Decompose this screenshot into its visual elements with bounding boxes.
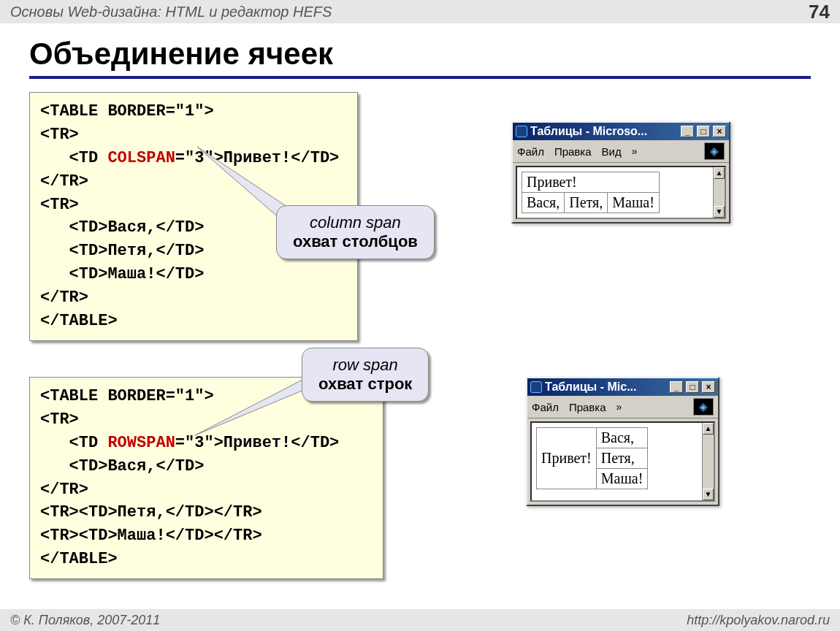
- code-line: <TR><TD>Петя,</TD></TR>: [40, 503, 262, 521]
- code-line: </TR>: [40, 288, 88, 307]
- code-line: </TR>: [40, 172, 88, 191]
- cell: Петя,: [596, 448, 648, 469]
- menu-file[interactable]: Файл: [517, 145, 544, 158]
- callout-ru: охват столбцов: [293, 232, 418, 251]
- menu-file[interactable]: Файл: [532, 401, 559, 413]
- demo-table-colspan: Привет! Вася, Петя, Маша!: [522, 172, 660, 213]
- code-line: <TR>: [40, 126, 79, 144]
- code-line: <TD>Вася,</TD>: [40, 457, 204, 475]
- menu-edit[interactable]: Правка: [554, 145, 592, 158]
- minimize-button[interactable]: _: [670, 381, 683, 393]
- scroll-down-icon[interactable]: ▼: [703, 489, 714, 500]
- window-title: Таблицы - Mic...: [545, 380, 667, 394]
- demo-table-rowspan: Привет! Вася, Петя, Маша!: [536, 427, 648, 489]
- menu-more[interactable]: »: [616, 401, 622, 413]
- code-line: <TR>: [40, 410, 79, 429]
- scroll-down-icon[interactable]: ▼: [714, 206, 725, 218]
- code-line: <TD>Маша!</TD>: [40, 265, 204, 283]
- scrollbar[interactable]: ▲ ▼: [713, 167, 725, 218]
- throbber-icon: ◈: [704, 142, 725, 160]
- slide-title: Объединение ячеек: [29, 37, 811, 72]
- code-keyword: ROWSPAN: [107, 434, 175, 452]
- maximize-button[interactable]: □: [686, 381, 699, 393]
- browser-window-2: Таблицы - Mic... _ □ × Файл Правка » ◈ П…: [526, 377, 719, 506]
- browser-window-1: Таблицы - Microso... _ □ × Файл Правка В…: [511, 121, 730, 223]
- menubar: Файл Правка » ◈: [527, 396, 718, 418]
- menubar: Файл Правка Вид » ◈: [513, 140, 729, 163]
- ie-icon: [530, 381, 542, 393]
- ie-icon: [516, 126, 527, 137]
- code-line: <TR>: [40, 196, 79, 214]
- code-line: </TABLE>: [40, 312, 118, 330]
- scroll-up-icon[interactable]: ▲: [714, 167, 725, 179]
- title-rule: [29, 76, 811, 79]
- footer-url: http://kpolyakov.narod.ru: [687, 613, 830, 628]
- maximize-button[interactable]: □: [697, 126, 710, 137]
- browser-body: Привет! Вася, Петя, Маша! ▲ ▼: [530, 421, 715, 502]
- window-title: Таблицы - Microso...: [530, 125, 678, 138]
- header-title: Основы Web-дизайна: HTML и редактор HEFS: [10, 4, 332, 20]
- code-line: <TD: [40, 434, 107, 452]
- cell: Вася,: [596, 428, 648, 448]
- callout-en: row span: [318, 356, 412, 375]
- code-line: <TD>Петя,</TD>: [40, 242, 204, 260]
- callout-ru: охват строк: [318, 375, 412, 394]
- callout-rowspan: row span охват строк: [302, 348, 429, 402]
- close-button[interactable]: ×: [702, 381, 715, 393]
- code-line: </TABLE>: [40, 550, 118, 568]
- browser-body: Привет! Вася, Петя, Маша! ▲ ▼: [516, 166, 726, 219]
- throbber-icon: ◈: [693, 398, 714, 416]
- code-keyword: COLSPAN: [107, 149, 175, 167]
- callout-en: column span: [293, 213, 418, 232]
- page-number: 74: [809, 1, 830, 23]
- code-line: <TABLE BORDER="1">: [40, 102, 214, 121]
- scrollbar[interactable]: ▲ ▼: [702, 423, 714, 500]
- cell: Привет!: [522, 172, 660, 193]
- cell: Маша!: [608, 193, 660, 213]
- footer-copyright: © К. Поляков, 2007-2011: [10, 613, 160, 628]
- code-line: <TD>Вася,</TD>: [40, 218, 204, 237]
- code-line: </TR>: [40, 481, 88, 499]
- scroll-up-icon[interactable]: ▲: [703, 423, 714, 435]
- content-area: <TABLE BORDER="1"> <TR> <TD COLSPAN="3">…: [29, 92, 811, 596]
- callout-colspan: column span охват столбцов: [276, 205, 435, 259]
- code-line: <TABLE BORDER="1">: [40, 387, 214, 405]
- cell: Маша!: [596, 469, 648, 489]
- cell: Петя,: [565, 193, 608, 213]
- minimize-button[interactable]: _: [681, 126, 694, 137]
- menu-edit[interactable]: Правка: [569, 401, 606, 413]
- cell: Привет!: [537, 428, 597, 489]
- slide-header: Основы Web-дизайна: HTML и редактор HEFS…: [0, 0, 840, 23]
- menu-view[interactable]: Вид: [602, 145, 622, 158]
- titlebar: Таблицы - Microso... _ □ ×: [513, 123, 729, 140]
- code-line: <TR><TD>Маша!</TD></TR>: [40, 527, 262, 545]
- cell: Вася,: [522, 193, 565, 213]
- menu-more[interactable]: »: [632, 145, 638, 157]
- code-line: <TD: [40, 149, 107, 167]
- titlebar: Таблицы - Mic... _ □ ×: [527, 378, 718, 396]
- slide-footer: © К. Поляков, 2007-2011 http://kpolyakov…: [0, 609, 840, 631]
- close-button[interactable]: ×: [713, 126, 726, 137]
